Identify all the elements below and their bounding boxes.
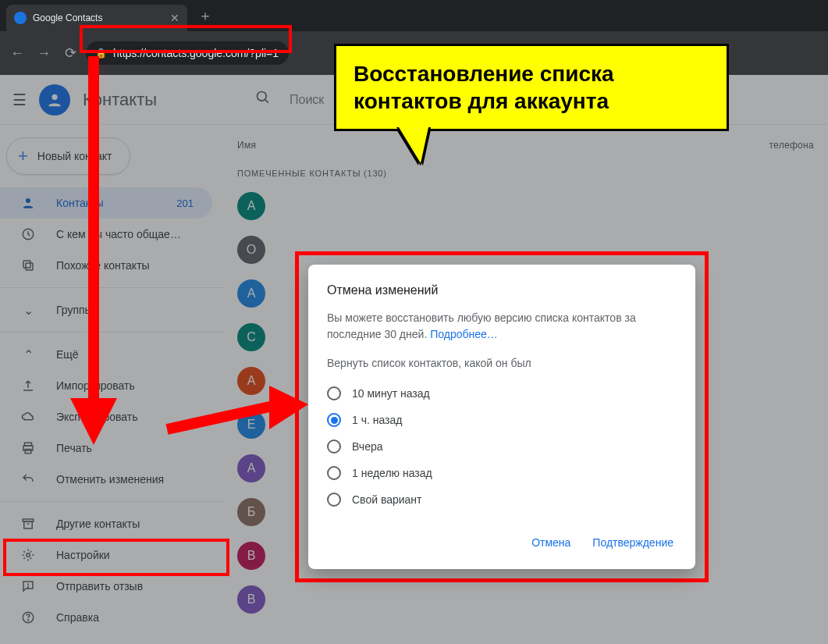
dialog-more-link[interactable]: Подробнее…: [430, 328, 498, 340]
radio-option[interactable]: Свой вариант: [327, 486, 677, 513]
nav-forward-icon[interactable]: →: [33, 42, 55, 64]
lock-icon: 🔒: [95, 48, 107, 59]
radio-label: 1 ч. назад: [352, 414, 402, 426]
radio-option[interactable]: 1 ч. назад: [327, 407, 677, 433]
radio-label: Свой вариант: [352, 493, 422, 506]
dialog-description: Вы можете восстановить любую версию спис…: [327, 310, 677, 343]
radio-option[interactable]: 10 минут назад: [327, 380, 677, 407]
contacts-favicon: 👤: [14, 12, 27, 24]
dialog-confirm-button[interactable]: Подтверждение: [589, 530, 677, 555]
nav-reload-icon[interactable]: ⟳: [59, 42, 81, 64]
tab-close-icon[interactable]: ✕: [170, 12, 179, 24]
annotation-callout: Восстановление списка контактов для акка…: [334, 44, 729, 131]
radio-icon: [327, 386, 341, 400]
url-bar[interactable]: 🔒 https://contacts.google.com/?pli=1: [86, 41, 289, 65]
new-tab-button[interactable]: ＋: [198, 6, 212, 25]
tab-title: Google Contacts: [33, 12, 102, 23]
radio-icon: [327, 466, 341, 480]
dialog-title: Отмена изменений: [327, 283, 677, 297]
browser-tab[interactable]: 👤 Google Contacts ✕: [6, 5, 187, 31]
radio-option[interactable]: Вчера: [327, 433, 677, 460]
radio-icon: [327, 493, 341, 507]
dialog-subtitle: Вернуть список контактов, какой он был: [327, 357, 677, 369]
undo-dialog: Отмена изменений Вы можете восстановить …: [308, 265, 695, 569]
radio-icon: [327, 439, 341, 454]
callout-text: Восстановление списка контактов для акка…: [354, 62, 614, 113]
radio-label: Вчера: [352, 440, 383, 453]
url-text: https://contacts.google.com/?pli=1: [113, 47, 279, 59]
annotation-dialog-highlight: Отмена изменений Вы можете восстановить …: [295, 251, 709, 582]
radio-option[interactable]: 1 неделю назад: [327, 460, 677, 486]
radio-icon: [327, 413, 341, 427]
dialog-cancel-button[interactable]: Отмена: [528, 530, 574, 555]
radio-label: 10 минут назад: [352, 387, 430, 400]
radio-label: 1 неделю назад: [352, 467, 432, 479]
nav-back-icon[interactable]: ←: [6, 42, 28, 64]
annotation-undo-highlight: [3, 539, 229, 576]
